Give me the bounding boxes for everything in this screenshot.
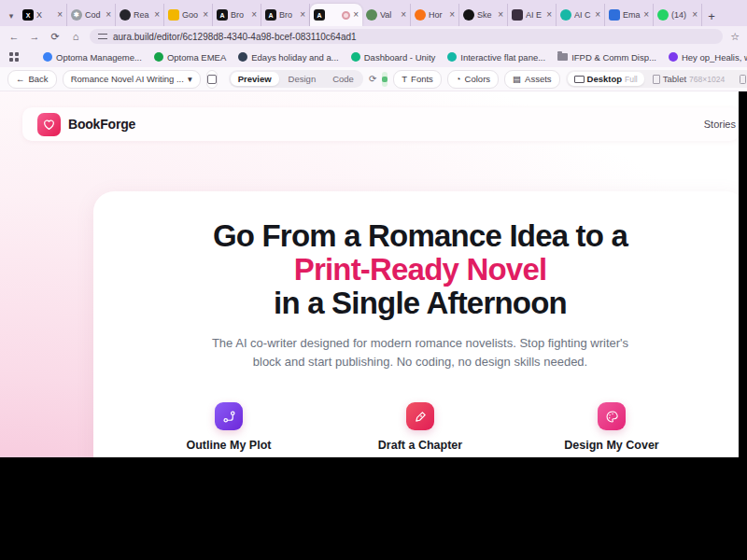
tab-close-icon[interactable]: × — [300, 10, 305, 20]
heart-icon — [42, 118, 56, 132]
bookmark-favicon — [447, 52, 457, 62]
bookmark-favicon — [351, 52, 360, 62]
bookmark-item[interactable]: Dashboard - Unity — [351, 52, 436, 63]
bookmark-item[interactable]: Optoma Manageme... — [43, 52, 142, 63]
tab-search-icon[interactable]: ▾ — [4, 6, 19, 26]
browser-tab[interactable]: Rea × — [116, 4, 164, 26]
browser-tab[interactable]: Ema × — [605, 4, 654, 26]
tab-close-icon[interactable]: × — [154, 10, 160, 20]
browser-tab[interactable]: (14) × — [654, 4, 702, 26]
tab-close-icon[interactable]: × — [449, 10, 455, 20]
tab-favicon — [657, 9, 669, 21]
fonts-button[interactable]: T Fonts — [393, 70, 442, 89]
browser-tab[interactable]: A Bro × — [213, 4, 261, 26]
tab-close-icon[interactable]: × — [498, 10, 503, 20]
browser-tab[interactable]: Val × — [362, 4, 411, 26]
feature-buttons: Outline My Plot Draft a Chapter — [159, 402, 682, 452]
bookmark-item[interactable]: Hey op_Healis, welc... — [669, 52, 747, 63]
tab-favicon — [415, 9, 426, 21]
browser-tab[interactable]: Hor × — [411, 4, 459, 26]
tab-close-icon[interactable]: × — [401, 10, 406, 20]
pen-nib-icon — [414, 410, 428, 424]
back-icon[interactable]: ← — [7, 31, 21, 42]
bookmark-star-icon[interactable]: ☆ — [730, 31, 740, 43]
bookmark-favicon — [43, 52, 52, 62]
desktop-icon — [574, 76, 585, 83]
tab-favicon — [512, 9, 523, 21]
publish-button[interactable] — [382, 72, 388, 87]
device-desktop[interactable]: Desktop Full — [568, 72, 644, 86]
bookmark-favicon — [238, 52, 247, 62]
tab-design[interactable]: Design — [281, 72, 324, 86]
tab-close-icon[interactable]: × — [353, 10, 359, 20]
tab-close-icon[interactable]: × — [57, 10, 63, 20]
publish-icon — [382, 77, 388, 82]
tab-close-icon[interactable]: × — [106, 10, 111, 20]
tab-close-icon[interactable]: × — [203, 10, 208, 20]
browser-tab[interactable]: Ske × — [459, 4, 508, 26]
bookmark-item[interactable]: Interactive flat pane... — [447, 52, 545, 63]
panel-icon — [207, 75, 217, 84]
browser-tab[interactable]: X X × — [19, 4, 67, 26]
draft-a-chapter-button[interactable]: Draft a Chapter — [350, 402, 490, 452]
view-switcher: Preview Design Code — [229, 70, 363, 88]
tab-favicon: A — [314, 9, 325, 21]
site-info-icon[interactable] — [98, 33, 107, 40]
tab-favicon: X — [22, 9, 34, 21]
bookmark-favicon — [154, 52, 163, 62]
outline-my-plot-button[interactable]: Outline My Plot — [159, 402, 299, 452]
tab-favicon — [463, 9, 474, 21]
fonts-icon: T — [402, 74, 407, 84]
tab-close-icon[interactable]: × — [595, 10, 600, 20]
bookmark-item[interactable]: IFPD & Comm Disp... — [557, 52, 656, 63]
device-tablet[interactable]: Tablet 768×1024 — [646, 72, 731, 86]
route-icon — [222, 410, 236, 424]
recording-indicator-icon — [342, 11, 350, 20]
panel-toggle-button[interactable] — [206, 70, 218, 89]
tab-close-icon[interactable]: × — [643, 10, 649, 20]
tab-close-icon[interactable]: × — [251, 10, 257, 20]
hero-subtitle: The AI co-writer designed for modern rom… — [201, 334, 640, 371]
hero-heading-accent: Print-Ready Novel — [93, 253, 747, 287]
tab-favicon — [560, 9, 571, 21]
forward-icon[interactable]: → — [28, 31, 41, 42]
browser-tab[interactable]: AI E × — [508, 4, 557, 26]
browser-tab[interactable]: AI C × — [557, 4, 605, 26]
screen-black-bar — [0, 457, 747, 560]
url-field[interactable]: aura.build/editor/6c1298d8-4340-4a98-bce… — [90, 29, 723, 44]
tab-favicon: ✱ — [71, 9, 82, 21]
device-mobile[interactable]: Mobile 393×852 — [733, 72, 747, 86]
bookmark-item[interactable]: Edays holiday and a... — [238, 52, 338, 63]
reload-icon[interactable]: ⟳ — [49, 31, 62, 43]
tab-code[interactable]: Code — [325, 72, 361, 86]
tab-preview[interactable]: Preview — [231, 72, 279, 86]
editor-back-button[interactable]: ← Back — [7, 70, 57, 89]
tab-close-icon[interactable]: × — [546, 10, 552, 20]
home-icon[interactable]: ⌂ — [69, 31, 82, 42]
tab-favicon — [120, 9, 131, 21]
apps-grid-icon[interactable] — [9, 52, 19, 62]
browser-tab[interactable]: ✱ Cod × — [67, 4, 116, 26]
bookmarks-bar: Optoma Manageme... Optoma EMEA Edays hol… — [0, 47, 747, 67]
tab-favicon — [366, 9, 377, 21]
editor-toolbar: ← Back Romance Novel AI Writing ... ▾ Pr… — [0, 67, 747, 91]
bookforge-logo — [37, 113, 61, 136]
new-tab-button[interactable]: + — [702, 6, 721, 26]
colors-button[interactable]: ◔ Colors — [447, 70, 499, 89]
browser-tab[interactable]: A × — [310, 4, 362, 26]
bookmark-item[interactable]: Optoma EMEA — [154, 52, 226, 63]
nav-stories-link[interactable]: Stories — [704, 119, 736, 130]
design-my-cover-button[interactable]: Design My Cover — [542, 402, 682, 452]
bookmark-favicon — [669, 52, 678, 62]
refresh-button[interactable]: ⟳ — [369, 71, 376, 88]
browser-tab[interactable]: A Bro × — [261, 4, 310, 26]
assets-icon: ▤ — [513, 74, 521, 84]
chevron-down-icon: ▾ — [188, 74, 192, 84]
browser-address-bar: ← → ⟳ ⌂ aura.build/editor/6c1298d8-4340-… — [0, 26, 747, 47]
project-dropdown[interactable]: Romance Novel AI Writing ... ▾ — [63, 70, 201, 89]
tab-close-icon[interactable]: × — [692, 10, 698, 20]
assets-button[interactable]: ▤ Assets — [504, 70, 560, 89]
browser-tab[interactable]: Goo × — [164, 4, 213, 26]
back-arrow-icon: ← — [16, 74, 25, 84]
brand-name: BookForge — [68, 117, 135, 132]
